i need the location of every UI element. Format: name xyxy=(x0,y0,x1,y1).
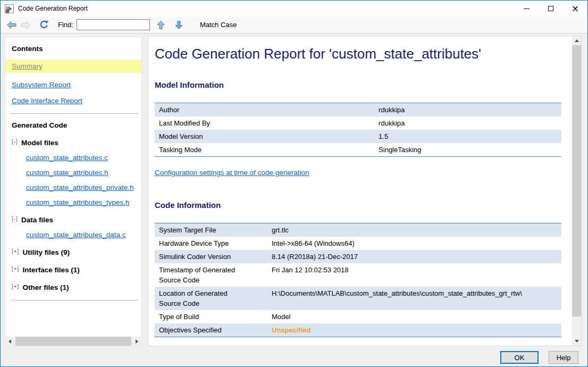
maximize-button[interactable] xyxy=(539,1,563,16)
model-information-table: AuthorrdukkipaLast Modified ByrdukkipaMo… xyxy=(155,103,561,157)
sidebar-link-subsystem-report[interactable]: Subsystem Report xyxy=(12,81,71,89)
footer-bar: OK Help xyxy=(1,348,587,366)
minimize-icon xyxy=(524,9,530,9)
tree-group-data-files: [-]Data files xyxy=(12,216,135,224)
file-link-custom-state-attributes-c[interactable]: custom_state_attributes.c xyxy=(26,154,108,162)
sidebar-divider-bottom xyxy=(11,300,138,301)
row-value: Intel->x86-64 (Windows64) xyxy=(267,237,561,250)
sidebar-horizontal-scrollbar[interactable] xyxy=(5,337,141,346)
model-information-body: AuthorrdukkipaLast Modified ByrdukkipaMo… xyxy=(155,103,561,157)
row-label: Location of Generated Source Code xyxy=(155,287,267,310)
expand-toggle-icon[interactable]: [+] xyxy=(12,283,19,289)
row-value: H:\Documents\MATLAB\custom_state_attribu… xyxy=(267,287,561,310)
row-value: rdukkipa xyxy=(374,103,561,117)
main-vertical-scrollbar[interactable] xyxy=(572,36,581,346)
maximize-icon xyxy=(548,6,553,11)
contents-links: SummarySubsystem ReportCode Interface Re… xyxy=(12,60,135,105)
code-information-heading: Code Information xyxy=(155,201,567,210)
table-row: Model Version1.5 xyxy=(155,130,561,143)
code-generation-report-window: Code Generation Report × Find: xyxy=(0,0,588,367)
minimize-button[interactable] xyxy=(514,1,539,16)
row-value: 8.14 (R2018a) 21-Dec-2017 xyxy=(267,250,561,263)
scroll-down-button[interactable] xyxy=(572,337,581,346)
window-controls: × xyxy=(514,1,587,16)
tree-group-label: Data files xyxy=(21,216,53,224)
model-information-heading: Model Information xyxy=(155,80,567,89)
configuration-settings-link[interactable]: Configuration settings at time of code g… xyxy=(155,169,309,177)
sidebar-link-summary[interactable]: Summary xyxy=(5,60,141,73)
file-link-custom-state-attributes-private-h[interactable]: custom_state_attributes_private.h xyxy=(26,184,134,191)
contents-heading: Contents xyxy=(12,45,135,53)
row-label: Author xyxy=(155,103,374,117)
row-value: 1.5 xyxy=(374,130,561,143)
tree-group-label: Other files (1) xyxy=(22,283,69,291)
sidebar-link-code-interface-report[interactable]: Code Interface Report xyxy=(12,97,82,105)
row-label: Last Modified By xyxy=(155,116,374,130)
expand-toggle-icon[interactable]: [+] xyxy=(12,266,19,272)
table-row: Authorrdukkipa xyxy=(155,103,561,117)
table-row: Simulink Coder Version8.14 (R2018a) 21-D… xyxy=(155,250,561,263)
tree-group-other-files-1: [+]Other files (1) xyxy=(12,283,135,291)
sidebar-divider xyxy=(11,113,138,114)
forward-arrow-icon xyxy=(20,21,31,29)
file-link-custom-state-attributes-types-h[interactable]: custom_state_attributes_types.h xyxy=(26,198,129,206)
collapse-toggle-icon[interactable]: [-] xyxy=(12,139,18,145)
tree-group-label: Model files xyxy=(21,139,58,147)
row-label: Timestamp of Generated Source Code xyxy=(155,263,267,287)
table-row: Tasking ModeSingleTasking xyxy=(155,143,561,157)
table-row: Hardware Device TypeIntel->x86-64 (Windo… xyxy=(155,237,561,250)
find-next-button[interactable] xyxy=(172,18,186,32)
find-next-icon xyxy=(174,20,183,30)
scroll-right-button[interactable] xyxy=(132,337,141,346)
report-panel: Code Generation Report for 'custom_state… xyxy=(148,36,582,346)
back-button[interactable] xyxy=(5,18,19,32)
find-input[interactable] xyxy=(77,19,150,30)
tree-group-model-files: [-]Model files xyxy=(12,139,135,147)
find-previous-icon xyxy=(156,20,165,30)
horizontal-scroll-thumb[interactable] xyxy=(15,337,131,346)
scroll-up-button[interactable] xyxy=(572,36,581,45)
back-arrow-icon xyxy=(6,21,17,29)
scroll-left-button[interactable] xyxy=(5,337,14,346)
table-row: Type of BuildModel xyxy=(155,310,561,323)
sidebar: Contents SummarySubsystem ReportCode Int… xyxy=(5,37,142,346)
table-row: System Target Filegrt.tlc xyxy=(155,223,561,237)
row-label: Simulink Coder Version xyxy=(155,250,267,263)
row-value: rdukkipa xyxy=(374,116,561,130)
code-information-body: System Target Filegrt.tlcHardware Device… xyxy=(155,223,561,337)
row-label: Hardware Device Type xyxy=(155,237,267,250)
titlebar: Code Generation Report × xyxy=(1,1,587,16)
close-icon: × xyxy=(572,4,579,13)
expand-toggle-icon[interactable]: [+] xyxy=(12,248,19,254)
content-region: Contents SummarySubsystem ReportCode Int… xyxy=(1,34,587,348)
report-content: Code Generation Report for 'custom_state… xyxy=(148,36,572,346)
vertical-scroll-track[interactable] xyxy=(572,45,581,337)
code-information-table: System Target Filegrt.tlcHardware Device… xyxy=(155,223,561,337)
match-case-toggle[interactable]: Match Case xyxy=(200,21,237,29)
toolbar: Find: Match Case xyxy=(1,16,587,34)
file-link-custom-state-attributes-data-c[interactable]: custom_state_attributes_data.c xyxy=(26,231,126,239)
horizontal-scroll-track[interactable] xyxy=(14,337,132,346)
generated-code-heading: Generated Code xyxy=(12,121,135,129)
scroll-left-icon xyxy=(9,339,11,344)
table-row: Objectives SpecifiedUnspecified xyxy=(155,323,561,337)
file-link-custom-state-attributes-h[interactable]: custom_state_attributes.h xyxy=(26,169,108,177)
row-value: Model xyxy=(267,310,561,323)
row-label: Model Version xyxy=(155,130,374,143)
close-button[interactable]: × xyxy=(563,1,587,16)
ok-button[interactable]: OK xyxy=(500,351,539,364)
help-button[interactable]: Help xyxy=(549,351,578,364)
collapse-toggle-icon[interactable]: [-] xyxy=(12,216,18,222)
row-label: Tasking Mode xyxy=(155,143,374,157)
table-row: Last Modified Byrdukkipa xyxy=(155,116,561,130)
refresh-icon xyxy=(39,20,49,29)
scroll-up-icon xyxy=(575,39,579,42)
vertical-scroll-thumb[interactable] xyxy=(572,45,581,316)
generated-code-tree: [-]Model filescustom_state_attributes.cc… xyxy=(12,139,135,291)
find-previous-button[interactable] xyxy=(154,18,168,32)
refresh-button[interactable] xyxy=(37,18,51,32)
scroll-down-icon xyxy=(575,340,579,343)
row-value: Unspecified xyxy=(267,323,561,337)
row-label: Objectives Specified xyxy=(155,323,267,337)
forward-button[interactable] xyxy=(19,18,32,32)
